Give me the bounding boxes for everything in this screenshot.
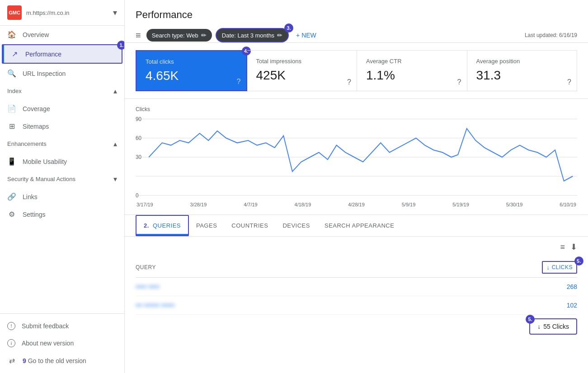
chart-x-labels: 3/17/19 3/28/19 4/7/19 4/18/19 4/28/19 5…: [136, 202, 577, 207]
metric-average-position[interactable]: Average position 31.3 ?: [467, 50, 578, 91]
sort-icon: ↓: [546, 264, 550, 271]
sidebar-item-label: URL Inspection: [23, 70, 66, 77]
settings-icon: ⚙: [7, 210, 16, 219]
sidebar-item-performance[interactable]: ↗ Performance 1.: [2, 44, 122, 64]
search-type-chip[interactable]: Search type: Web ✏: [146, 29, 212, 42]
clicks-tooltip: 5. ↓ 55 Clicks: [529, 318, 577, 335]
x-label: 4/7/19: [244, 202, 258, 207]
column-clicks-wrapper: ↓ Clicks 5.: [542, 261, 577, 274]
annotation-1-badge: 1.: [117, 41, 125, 50]
chevron-up-icon: ▴: [113, 87, 117, 95]
sort-down-icon: ↓: [537, 323, 541, 330]
table-row: ••••• ••••• 268: [136, 278, 577, 296]
trend-icon: ↗: [10, 50, 19, 58]
filter-icon[interactable]: ≡: [136, 30, 141, 41]
metric-label: Total clicks: [146, 58, 237, 65]
sidebar-item-label: Overview: [23, 31, 49, 38]
sidebar-item-overview[interactable]: 🏠 Overview: [0, 26, 124, 43]
main-header: Performance ≡ Search type: Web ✏ Date: L…: [125, 0, 588, 43]
clicks-tooltip-area: 5. ↓ 55 Clicks: [529, 318, 577, 335]
page-title: Performance: [136, 9, 577, 21]
table-row: ••• ••••••• •••••• 102: [136, 296, 577, 315]
chart-area: Clicks 90 60 30 0 3/17/19 3/28/19 4/7/19: [125, 99, 588, 215]
new-button[interactable]: + NEW: [292, 30, 320, 41]
x-label: 5/9/19: [402, 202, 416, 207]
info-icon: i: [7, 339, 15, 347]
x-label: 5/30/19: [506, 202, 523, 207]
sidebar-item-label: Sitemaps: [23, 123, 49, 130]
search-icon: 🔍: [7, 69, 16, 78]
tab-annotation: 2.: [144, 222, 149, 229]
section-title: Index: [7, 88, 107, 94]
sidebar-item-links[interactable]: 🔗 Links: [0, 188, 124, 205]
edit-icon: ✏: [201, 32, 207, 39]
metric-value: 1.1%: [366, 68, 458, 83]
tab-underline: [136, 234, 188, 235]
sidebar-item-label: Mobile Usability: [23, 158, 67, 165]
tabs-row: 2. QUERIES PAGES COUNTRIES DEVICES SEARC…: [125, 215, 588, 237]
tab-queries[interactable]: 2. QUERIES: [136, 215, 189, 236]
chart-svg: 90 60 30 0: [136, 114, 577, 200]
row-query-2: ••• ••••••• ••••••: [136, 302, 550, 309]
sidebar-item-label: Performance: [25, 51, 61, 58]
metrics-row: Total clicks 4.65K ? 4. Total impression…: [125, 43, 588, 99]
metric-total-clicks[interactable]: Total clicks 4.65K ? 4.: [136, 50, 247, 91]
x-label: 4/28/19: [348, 202, 365, 207]
x-label: 4/18/19: [295, 202, 311, 207]
sidebar-item-mobile-usability[interactable]: 📱 Mobile Usability: [0, 153, 124, 170]
sidebar-logo: GMC m.https://m.co.in ▾: [0, 0, 124, 26]
sidebar-item-sitemaps[interactable]: ⊞ Sitemaps: [0, 117, 124, 135]
sidebar-item-url-inspection[interactable]: 🔍 URL Inspection: [0, 65, 124, 82]
metric-total-impressions[interactable]: Total impressions 425K ?: [247, 50, 358, 91]
annotation-3-badge: 3.: [284, 23, 293, 33]
metric-average-ctr[interactable]: Average CTR 1.1% ?: [357, 50, 467, 91]
sidebar-item-settings[interactable]: ⚙ Settings: [0, 205, 124, 223]
sidebar-item-about-new-version[interactable]: i About new version: [0, 335, 124, 352]
sitemaps-icon: ⊞: [7, 122, 16, 131]
domain-label: m.https://m.co.in: [26, 9, 108, 16]
filter-rows-icon: ≡: [560, 242, 565, 252]
sidebar-item-label: Coverage: [23, 105, 50, 112]
svg-text:30: 30: [136, 154, 141, 161]
clicks-tooltip-text: 55 Clicks: [543, 323, 569, 330]
metric-label: Average CTR: [366, 58, 458, 65]
sidebar-nav: 🏠 Overview ↗ Performance 1. 🔍 URL Inspec…: [0, 26, 124, 313]
chevron-down-icon[interactable]: ▾: [113, 8, 117, 18]
home-icon: 🏠: [7, 30, 16, 39]
sidebar-item-label: Submit feedback: [22, 322, 69, 330]
nav-section-enhancements[interactable]: Enhancements ▴: [0, 135, 124, 153]
nav-section-index[interactable]: Index ▴: [0, 82, 124, 100]
tab-countries[interactable]: COUNTRIES: [224, 216, 275, 235]
sidebar: GMC m.https://m.co.in ▾ 🏠 Overview ↗ Per…: [0, 0, 125, 373]
table-toolbar: ≡ ⬇: [136, 237, 577, 257]
edit-icon: ✏: [277, 32, 282, 39]
download-table-button[interactable]: ⬇: [570, 242, 577, 252]
filter-table-button[interactable]: ≡: [560, 242, 565, 252]
row-clicks-2: 102: [550, 302, 577, 309]
section-title: Enhancements: [7, 140, 107, 147]
chart-container: 90 60 30 0: [136, 114, 577, 200]
sidebar-item-label: Links: [23, 193, 38, 200]
sidebar-item-coverage[interactable]: 📄 Coverage: [0, 100, 124, 117]
x-label: 3/17/19: [136, 202, 153, 207]
metric-value: 425K: [256, 68, 348, 83]
chevron-up-icon: ▴: [113, 140, 117, 148]
chart-y-label: Clicks: [136, 106, 577, 112]
column-query: Query: [136, 264, 542, 270]
row-query-1: ••••• •••••: [136, 283, 550, 290]
svg-text:90: 90: [136, 116, 141, 122]
date-chip[interactable]: Date: Last 3 months ✏: [216, 28, 289, 42]
column-clicks[interactable]: ↓ Clicks: [542, 261, 577, 274]
tab-devices[interactable]: DEVICES: [275, 216, 317, 235]
main-content: Performance ≡ Search type: Web ✏ Date: L…: [125, 0, 588, 373]
sidebar-item-go-to-old-version[interactable]: ⇄ 9 Go to the old version: [0, 352, 124, 369]
sidebar-item-submit-feedback[interactable]: ! Submit feedback: [0, 317, 124, 335]
nav-section-security[interactable]: Security & Manual Actions ▾: [0, 170, 124, 188]
tab-search-appearance[interactable]: SEARCH APPEARANCE: [317, 216, 401, 235]
help-icon: ?: [457, 78, 461, 86]
help-icon: ?: [237, 78, 241, 86]
help-icon: ?: [567, 78, 571, 86]
sidebar-item-label: Settings: [23, 211, 46, 218]
tab-pages[interactable]: PAGES: [189, 216, 224, 235]
annotation-5-badge: 5.: [574, 256, 583, 266]
